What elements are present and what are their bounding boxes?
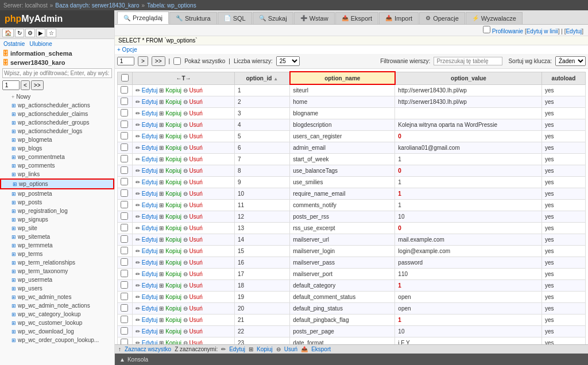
tab-import[interactable]: 📥 Import <box>379 12 419 24</box>
sidebar-favs-link[interactable]: Ulubione <box>29 41 52 47</box>
delete-link[interactable]: Usuń <box>189 248 203 254</box>
page-next-btn[interactable]: > <box>138 56 148 66</box>
sidebar-item-wp-term-taxonomy[interactable]: ⊞ wp_term_taxonomy <box>0 267 114 275</box>
tab-wstaw[interactable]: ➕ Wstaw <box>294 12 335 24</box>
edytuj-link[interactable]: Edytuj <box>566 28 582 34</box>
delete-link[interactable]: Usuń <box>189 156 203 162</box>
delete-link[interactable]: Usuń <box>189 236 203 243</box>
delete-link[interactable]: Usuń <box>189 99 203 105</box>
row-checkbox[interactable] <box>121 270 128 277</box>
row-checkbox[interactable] <box>121 155 128 162</box>
row-checkbox[interactable] <box>121 201 128 208</box>
copy-link[interactable]: Kopiuj <box>165 168 181 174</box>
row-checkbox[interactable] <box>121 143 128 151</box>
edit-link[interactable]: Edytuj <box>142 305 158 312</box>
sidebar-item-wp-site[interactable]: ⊞ wp_site <box>0 224 114 232</box>
sidebar-item-wp-wc-download-log[interactable]: ⊞ wp_wc_download_log <box>0 327 114 336</box>
sidebar-item-serwer18430-karo[interactable]: 🗄 serwer18430_karo <box>0 58 114 67</box>
sidebar-recent-link[interactable]: Ostatnie <box>3 41 25 47</box>
sidebar-item-wp-actionscheduler-logs[interactable]: ⊞ wp_actionscheduler_logs <box>0 127 114 135</box>
sidebar-item-information-schema[interactable]: 🗄 information_schema <box>0 49 114 58</box>
edit-link[interactable]: Edytuj <box>142 282 158 289</box>
edit-link[interactable]: Edytuj <box>142 110 158 117</box>
row-checkbox[interactable] <box>121 293 128 300</box>
sidebar-item-wp-terms[interactable]: ⊞ wp_terms <box>0 250 114 258</box>
page-number-input[interactable] <box>117 57 134 65</box>
tab-wyzwalacze[interactable]: ⚡ Wyzwalacze <box>466 12 523 24</box>
sidebar-item-wp-commentmeta[interactable]: ⊞ wp_commentmeta <box>0 153 114 161</box>
row-checkbox[interactable] <box>121 327 128 335</box>
page-end-btn[interactable]: >> <box>152 56 165 66</box>
row-checkbox[interactable] <box>121 224 128 231</box>
copy-link[interactable]: Kopiuj <box>165 156 181 162</box>
copy-link[interactable]: Kopiuj <box>165 236 181 243</box>
tab-przegladaj[interactable]: 🔍 Przeglądaj <box>117 11 169 24</box>
copy-link[interactable]: Kopiuj <box>165 145 181 151</box>
tab-szukaj[interactable]: 🔍 Szukaj <box>253 12 293 24</box>
rows-select[interactable]: 25 50 100 <box>276 56 300 66</box>
delete-link[interactable]: Usuń <box>189 317 203 323</box>
delete-link[interactable]: Usuń <box>189 179 203 185</box>
breadcrumb-database[interactable]: Baza danych: serwer18430_karo <box>55 2 139 9</box>
sidebar-search-input[interactable] <box>2 68 112 78</box>
bottom-copy-link[interactable]: Kopiuj <box>257 346 273 352</box>
sidebar-item-wp-actionscheduler-actions[interactable]: ⊞ wp_actionscheduler_actions <box>0 101 114 110</box>
sidebar-item-wp-actionscheduler-groups[interactable]: ⊞ wp_actionscheduler_groups <box>0 118 114 127</box>
sidebar-item-wp-signups[interactable]: ⊞ wp_signups <box>0 215 114 224</box>
show-all-checkbox[interactable] <box>173 57 181 65</box>
copy-link[interactable]: Kopiuj <box>165 202 181 208</box>
delete-link[interactable]: Usuń <box>189 225 203 231</box>
copy-link[interactable]: Kopiuj <box>165 179 181 185</box>
row-checkbox[interactable] <box>121 178 128 185</box>
row-checkbox[interactable] <box>121 258 128 266</box>
delete-link[interactable]: Usuń <box>189 133 203 139</box>
row-checkbox[interactable] <box>121 212 128 220</box>
sidebar-item-wp-wc-admin-note-actions[interactable]: ⊞ wp_wc_admin_note_actions <box>0 301 114 310</box>
delete-link[interactable]: Usuń <box>189 191 203 197</box>
sidebar-nav-next[interactable]: >> <box>31 80 44 90</box>
copy-link[interactable]: Kopiuj <box>165 317 181 323</box>
edit-link[interactable]: Edytuj <box>142 248 158 254</box>
edit-link[interactable]: Edytuj <box>142 271 158 277</box>
sidebar-item-wp-registration-log[interactable]: ⊞ wp_registration_log <box>0 207 114 215</box>
toolbar-btn-3[interactable]: ⚙ <box>25 29 35 37</box>
edit-link[interactable]: Edytuj <box>142 225 158 231</box>
edit-link[interactable]: Edytuj <box>142 236 158 243</box>
row-checkbox[interactable] <box>121 339 128 345</box>
row-checkbox[interactable] <box>121 304 128 312</box>
delete-link[interactable]: Usuń <box>189 340 203 345</box>
copy-link[interactable]: Kopiuj <box>165 191 181 197</box>
sidebar-item-wp-wc-admin-notes[interactable]: ⊞ wp_wc_admin_notes <box>0 293 114 301</box>
row-checkbox[interactable] <box>121 132 128 139</box>
row-checkbox[interactable] <box>121 281 128 289</box>
copy-link[interactable]: Kopiuj <box>165 305 181 312</box>
row-checkbox[interactable] <box>121 166 128 174</box>
sidebar-item-wp-sitemeta[interactable]: ⊞ wp_sitemeta <box>0 232 114 241</box>
copy-link[interactable]: Kopiuj <box>165 328 181 335</box>
delete-link[interactable]: Usuń <box>189 305 203 312</box>
row-checkbox[interactable] <box>121 86 128 94</box>
select-all-link[interactable]: Zaznacz wszystko <box>125 346 171 352</box>
edit-link[interactable]: Edytuj <box>142 133 158 139</box>
sidebar-item-wp-links[interactable]: ⊞ wp_links <box>0 170 114 178</box>
sidebar-item-wp-wc-order-coupon-lookup[interactable]: ⊞ wp_wc_order_coupon_lookup... <box>0 336 114 344</box>
sidebar-item-wp-wc-category-lookup[interactable]: ⊞ wp_wc_category_lookup <box>0 310 114 319</box>
copy-link[interactable]: Kopiuj <box>165 340 181 345</box>
sidebar-item-wp-comments[interactable]: ⊞ wp_comments <box>0 161 114 170</box>
copy-link[interactable]: Kopiuj <box>165 271 181 277</box>
delete-link[interactable]: Usuń <box>189 271 203 277</box>
edit-link[interactable]: Edytuj <box>142 340 158 345</box>
sidebar-page-input[interactable] <box>2 80 20 90</box>
delete-link[interactable]: Usuń <box>189 213 203 220</box>
bottom-edit-link[interactable]: Edytuj <box>229 346 245 352</box>
row-checkbox[interactable] <box>121 109 128 117</box>
edit-link[interactable]: Edytuj <box>142 122 158 128</box>
copy-link[interactable]: Kopiuj <box>165 133 181 139</box>
edit-link[interactable]: Edytuj <box>142 156 158 162</box>
tab-operacje[interactable]: ⚙ Operacje <box>419 12 465 24</box>
sidebar-item-nowy[interactable]: + Nowy <box>0 92 114 101</box>
delete-link[interactable]: Usuń <box>189 87 203 94</box>
sort-select[interactable]: Żaden <box>555 56 586 66</box>
copy-link[interactable]: Kopiuj <box>165 248 181 254</box>
delete-link[interactable]: Usuń <box>189 294 203 300</box>
